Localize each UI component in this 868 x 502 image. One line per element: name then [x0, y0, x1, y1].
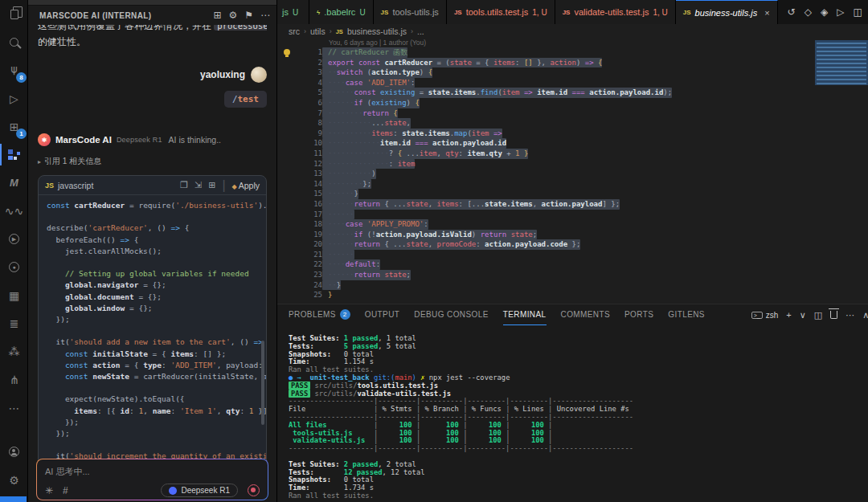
- terminal-line: Time: 1.734 s: [289, 484, 868, 492]
- split-editor-icon[interactable]: ◫: [853, 6, 862, 18]
- new-terminal-icon[interactable]: +: [786, 310, 791, 320]
- activity-item-run-circle[interactable]: ▶: [0, 225, 28, 253]
- prompt-settings-icon[interactable]: ✳: [45, 485, 53, 496]
- panel-tab-label: PORTS: [624, 310, 653, 319]
- settings-icon[interactable]: ⚙: [228, 10, 237, 21]
- code-line[interactable]: 24··}: [301, 280, 868, 291]
- activity-item-forest-extension[interactable]: ⁂: [0, 337, 28, 365]
- panel-tab-comments[interactable]: COMMENTS: [561, 304, 611, 325]
- slash-command-chip[interactable]: /test: [224, 91, 267, 108]
- ai-status: AI is thinking..: [169, 135, 221, 145]
- code-line[interactable]: 21······: [301, 250, 868, 260]
- more-icon[interactable]: ⋯: [260, 10, 270, 21]
- activity-item-source-control[interactable]: ⋔8: [0, 56, 28, 84]
- panel-tab-problems[interactable]: PROBLEMS2: [289, 304, 350, 325]
- new-chat-icon[interactable]: ⊞: [213, 10, 221, 21]
- code-line[interactable]: 19······if (!action.payload.isValid) ret…: [301, 230, 868, 240]
- breadcrumb-item[interactable]: ...: [417, 27, 424, 36]
- run-file-icon[interactable]: ▷: [837, 6, 844, 18]
- code-editor[interactable]: You, 6 days ago | 1 author (You) 1// car…: [277, 39, 868, 304]
- new-file-icon[interactable]: ⊞: [208, 180, 215, 190]
- code-block-scrollbar[interactable]: [261, 341, 264, 425]
- code-line[interactable]: 5······const existing = state.items.find…: [301, 88, 868, 98]
- code-line[interactable]: 4····case 'ADD_ITEM':: [301, 78, 868, 88]
- activity-item-account[interactable]: [0, 438, 28, 466]
- activity-item-more-views[interactable]: ⋯: [0, 394, 28, 422]
- next-change-icon[interactable]: ◈: [821, 6, 828, 18]
- chat-code-content[interactable]: const cartReducer = require('./business-…: [39, 195, 266, 474]
- chat-input[interactable]: AI 思考中... ✳ # Deepseek R1: [37, 459, 268, 500]
- tab-tools-utils[interactable]: JStools-utils.js: [374, 0, 447, 24]
- activity-item-layers-extension[interactable]: ≣: [0, 309, 28, 337]
- close-tab-icon[interactable]: ×: [764, 8, 769, 18]
- tab-business-utils[interactable]: JSbusiness-utils.js×: [676, 0, 778, 24]
- code-line[interactable]: 23······return state;: [301, 270, 868, 280]
- panel-tab-ports[interactable]: PORTS: [624, 304, 653, 325]
- code-line[interactable]: 1// cartReducer 函数: [301, 47, 868, 58]
- breadcrumb-item[interactable]: utils: [310, 27, 326, 36]
- context-hash-icon[interactable]: #: [63, 485, 68, 496]
- maximize-panel-icon[interactable]: ∧: [862, 310, 868, 320]
- activity-item-run-debug[interactable]: ▷: [0, 84, 28, 112]
- breadcrumb-item[interactable]: src: [289, 27, 300, 36]
- activity-item-marscode-ai[interactable]: [0, 141, 28, 169]
- minimap[interactable]: [815, 40, 868, 85]
- activity-item-pull-request[interactable]: ⋔: [0, 365, 28, 394]
- tab-tools-utils-test[interactable]: JStools.utils.test.js1, U: [447, 0, 555, 24]
- split-terminal-icon[interactable]: ◫: [814, 310, 822, 320]
- tab-validate-utils-test[interactable]: JSvalidate-utils.test.js1, U: [555, 0, 676, 24]
- code-line[interactable]: 20······return { ...state, promoCode: ac…: [301, 239, 868, 250]
- panel-tab-debug-console[interactable]: DEBUG CONSOLE: [414, 304, 488, 325]
- code-line[interactable]: 13··········): [301, 169, 868, 179]
- tab-babelrc[interactable]: ϟ.babelrcU: [309, 0, 374, 24]
- code-line[interactable]: 12··············: item: [301, 159, 868, 169]
- feedback-icon[interactable]: ⚑: [244, 10, 253, 21]
- activity-item-explorer[interactable]: [0, 0, 28, 28]
- model-selector[interactable]: Deepseek R1: [161, 484, 238, 497]
- terminal-output[interactable]: Test Suites: 1 passed, 1 totalTests: 5 p…: [277, 325, 868, 502]
- terminal-dropdown-icon[interactable]: ∨: [800, 310, 806, 320]
- panel-tab-output[interactable]: OUTPUT: [365, 304, 400, 325]
- panel-tab-terminal[interactable]: TERMINAL: [503, 304, 547, 325]
- shell-selector[interactable]: >_zsh: [751, 311, 779, 320]
- more-views-icon: ⋯: [9, 402, 20, 414]
- code-line[interactable]: 14········};: [301, 179, 868, 190]
- activity-item-grid-extension[interactable]: ▦: [0, 281, 28, 309]
- code-line[interactable]: 2export const cartReducer = (state = { i…: [301, 58, 868, 68]
- codelens-blame[interactable]: You, 6 days ago | 1 author (You): [277, 39, 868, 47]
- activity-item-wave-extension[interactable]: ∿∿: [0, 197, 28, 225]
- prev-change-icon[interactable]: ◇: [805, 6, 812, 18]
- more-panel-icon[interactable]: ⋯: [845, 310, 854, 320]
- code-line[interactable]: 8··········...state,: [301, 118, 868, 129]
- breadcrumb-item[interactable]: business-utils.js: [347, 27, 407, 36]
- stop-generation-button[interactable]: [248, 484, 260, 496]
- activity-item-search[interactable]: [0, 28, 28, 56]
- code-line[interactable]: 9··········items: state.items.map(item =…: [301, 129, 868, 139]
- apply-button[interactable]: ◆Apply: [232, 181, 260, 190]
- code-line[interactable]: 15······}: [301, 189, 868, 199]
- tab-partial-js[interactable]: jsU: [277, 0, 309, 24]
- nav-back-icon[interactable]: ↺: [788, 6, 796, 18]
- reference-toggle[interactable]: ▸引用 1 相关信息: [38, 156, 267, 167]
- activity-item-extensions[interactable]: ⊞1: [0, 112, 28, 141]
- code-line[interactable]: 3··switch (action.type) {: [301, 67, 868, 78]
- code-line[interactable]: 16······return { ...state, items: [...st…: [301, 199, 868, 210]
- lightbulb-icon[interactable]: [284, 49, 290, 55]
- code-line[interactable]: 10············item.id === action.payload…: [301, 138, 868, 149]
- copy-icon[interactable]: ❐: [180, 180, 188, 190]
- code-line[interactable]: 17······: [301, 210, 868, 220]
- code-line[interactable]: 7········return {: [301, 108, 868, 119]
- activity-item-settings-gear[interactable]: ⚙: [0, 466, 28, 494]
- breadcrumb[interactable]: src›utils›JSbusiness-utils.js›...: [277, 24, 868, 39]
- panel-tab-gitlens[interactable]: GITLENS: [668, 304, 705, 325]
- kill-terminal-icon[interactable]: [830, 311, 837, 319]
- code-line[interactable]: 6······if (existing) {: [301, 98, 868, 108]
- insert-icon[interactable]: ⇲: [194, 180, 202, 190]
- code-line[interactable]: 18····case 'APPLY_PROMO':: [301, 219, 868, 230]
- activity-item-marscode-m[interactable]: M: [0, 169, 28, 197]
- activity-item-test-explorer[interactable]: ●: [0, 253, 28, 281]
- code-line[interactable]: 22····default:: [301, 259, 868, 270]
- code-line[interactable]: 25}: [301, 290, 868, 300]
- code-line[interactable]: 11··············? { ...item, qty: item.q…: [301, 149, 868, 159]
- panel-tab-label: DEBUG CONSOLE: [414, 310, 488, 319]
